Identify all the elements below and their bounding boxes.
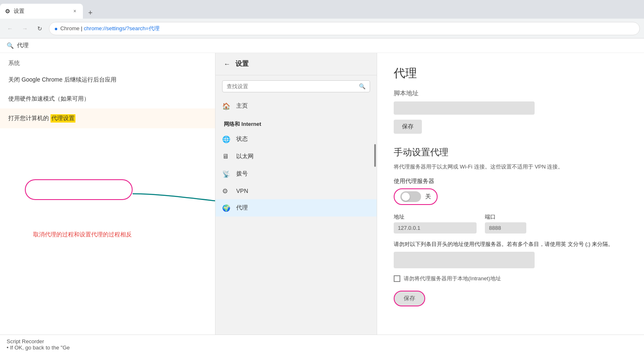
bottom-area: Script Recorder • If OK, go back to the … (0, 335, 644, 354)
nav-item-home[interactable]: 🏠 主页 (215, 97, 377, 115)
main-content: 系统 关闭 Google Chrome 后继续运行后台应用 使用硬件加速模式（如… (0, 53, 644, 335)
exclusion-description: 请勿对以下列条目开头的地址使用代理服务器。若有多个条目，请使用英 文分号 (;)… (394, 240, 627, 249)
proxy-page-title: 代理 (394, 65, 627, 81)
dialup-icon: 📡 (222, 170, 230, 178)
chrome-settings-panel: 系统 关闭 Google Chrome 后继续运行后台应用 使用硬件加速模式（如… (0, 53, 215, 335)
toggle-knob (402, 193, 410, 201)
local-checkbox-row: 请勿将代理服务器用于本地(Intranet)地址 (394, 275, 627, 282)
local-intranet-checkbox[interactable] (394, 275, 400, 282)
url-text: Chrome | chrome://settings/?search=代理 (60, 25, 634, 32)
tab-bar: ⚙ 设置 × + (0, 0, 644, 19)
item-proxy-highlight: 代理设置 (51, 114, 75, 123)
forward-button[interactable]: → (19, 23, 31, 34)
proxy-settings-panel: 代理 脚本地址 保存 手动设置代理 将代理服务器用于以太网或 Wi-Fi 连接。… (377, 53, 644, 335)
toggle-off-label: 关 (425, 193, 431, 200)
item-proxy-text-before: 打开您计算机的 (8, 115, 49, 122)
manual-proxy-title: 手动设置代理 (394, 146, 627, 159)
settings-search-input[interactable] (227, 83, 356, 89)
port-input[interactable] (485, 222, 526, 234)
search-bar: 🔍 代理 (0, 39, 644, 53)
nav-item-proxy[interactable]: 🌍 代理 (215, 199, 377, 217)
nav-item-status[interactable]: 🌐 状态 (215, 130, 377, 148)
back-button[interactable]: ← (4, 23, 16, 34)
settings-title: 设置 (235, 60, 249, 68)
script-save-button[interactable]: 保存 (394, 120, 422, 134)
exclusion-input[interactable] (394, 252, 535, 268)
red-annotation-text: 取消代理的过程和设置代理的过程相反 (33, 231, 132, 238)
script-address-label: 脚本地址 (394, 89, 627, 97)
use-proxy-server-label: 使用代理服务器 (394, 178, 627, 185)
url-favicon-icon: ● (54, 25, 58, 32)
item-hardware-text: 使用硬件加速模式（如果可用） (8, 95, 90, 103)
script-recorder-text: • If OK, go back to the "Ge (7, 344, 637, 351)
proxy-icon: 🌍 (222, 204, 230, 212)
settings-tab[interactable]: ⚙ 设置 × (0, 4, 83, 19)
manual-save-button[interactable]: 保存 (394, 291, 425, 306)
tab-close-button[interactable]: × (72, 7, 78, 15)
settings-back-button[interactable]: ← (224, 60, 230, 68)
settings-item-background[interactable]: 关闭 Google Chrome 后继续运行后台应用 (0, 70, 215, 89)
section-label: 系统 (0, 53, 215, 70)
url-path: chrome://settings/?search=代理 (84, 25, 159, 31)
nav-item-dialup-label: 拨号 (236, 170, 248, 178)
address-label: 地址 (394, 213, 477, 221)
url-brand: Chrome (60, 25, 79, 31)
refresh-button[interactable]: ↻ (34, 23, 46, 34)
search-text: 代理 (17, 42, 29, 49)
script-address-input[interactable] (394, 101, 535, 115)
address-field-group: 地址 (394, 213, 477, 234)
windows-settings-panel: ← 设置 🔍 🏠 主页 网络和 Internet 🌐 状态 🖥 以太网 (215, 53, 377, 335)
status-icon: 🌐 (222, 135, 230, 143)
settings-item-proxy[interactable]: 打开您计算机的 代理设置 (0, 108, 215, 128)
nav-item-vpn[interactable]: ⚙ VPN (215, 183, 377, 199)
port-label: 端口 (485, 213, 526, 221)
toggle-circle-annotation: 关 (394, 188, 438, 205)
proxy-circle-annotation (25, 179, 133, 200)
settings-search-box[interactable]: 🔍 (222, 80, 370, 92)
address-input[interactable] (394, 222, 477, 234)
browser-frame: ⚙ 设置 × + ← → ↻ ● Chrome | chrome://setti… (0, 0, 644, 354)
address-bar: ← → ↻ ● Chrome | chrome://settings/?sear… (0, 19, 644, 39)
home-icon: 🏠 (222, 102, 230, 110)
settings-search-icon: 🔍 (359, 83, 366, 89)
new-tab-button[interactable]: + (85, 7, 96, 19)
settings-header: ← 设置 (215, 53, 377, 75)
scrollbar-indicator[interactable] (374, 144, 376, 167)
arrow-annotation (133, 185, 215, 243)
nav-item-ethernet-label: 以太网 (236, 153, 254, 160)
tab-title: 设置 (14, 7, 68, 15)
settings-item-hardware[interactable]: 使用硬件加速模式（如果可用） (0, 89, 215, 108)
tab-favicon: ⚙ (5, 8, 10, 14)
item-background-text: 关闭 Google Chrome 后继续运行后台应用 (8, 76, 116, 84)
script-recorder-label: Script Recorder (7, 338, 637, 344)
nav-item-dialup[interactable]: 📡 拨号 (215, 165, 377, 183)
nav-item-vpn-label: VPN (236, 188, 248, 194)
url-bar[interactable]: ● Chrome | chrome://settings/?search=代理 (49, 22, 640, 35)
vpn-icon: ⚙ (222, 187, 228, 195)
search-icon: 🔍 (7, 42, 14, 49)
ethernet-icon: 🖥 (222, 153, 229, 160)
manual-proxy-description: 将代理服务器用于以太网或 Wi-Fi 连接。这些设置不适用于 VPN 连接。 (394, 163, 627, 171)
local-intranet-label: 请勿将代理服务器用于本地(Intranet)地址 (404, 275, 501, 282)
proxy-toggle-row: 关 (394, 188, 627, 205)
nav-item-home-label: 主页 (236, 102, 248, 110)
settings-section-header: 网络和 Internet (215, 115, 377, 130)
nav-item-status-label: 状态 (236, 135, 248, 143)
port-field-group: 端口 (485, 213, 526, 234)
proxy-address-row: 地址 端口 (394, 213, 627, 234)
proxy-toggle-switch[interactable] (400, 191, 421, 202)
nav-item-proxy-label: 代理 (236, 204, 248, 212)
nav-item-ethernet[interactable]: 🖥 以太网 (215, 148, 377, 165)
